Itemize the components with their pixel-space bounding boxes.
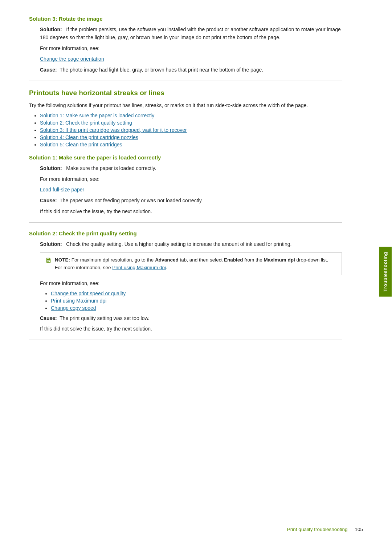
note-end: . [166, 265, 167, 270]
bullet-link-3[interactable]: Solution 3: If the print cartridge was d… [40, 127, 187, 133]
footer-page-number: 105 [355, 527, 363, 532]
note-row: 🖹 NOTE: For maximum dpi resolution, go t… [45, 256, 336, 271]
solution2-if-not-solved: If this did not solve the issue, try the… [40, 325, 342, 333]
horizontal-streaks-list: Solution 1: Make sure the paper is loade… [40, 113, 342, 147]
bullet-link-4[interactable]: Solution 4: Clean the print cartridge no… [40, 134, 138, 140]
solution3-solution-label: Solution: [40, 27, 62, 32]
solution3-cause-text: The photo image had light blue, gray, or… [60, 67, 263, 73]
list-item: Print using Maximum dpi [51, 298, 342, 304]
solution2-heading: Solution 2: Check the print quality sett… [29, 229, 342, 238]
solution3-rotate-body: Solution: If the problem persists, use t… [40, 26, 342, 74]
solution2-for-more: For more information, see: [40, 280, 342, 288]
solution1-link[interactable]: Load full-size paper [40, 187, 84, 193]
side-tab: Troubleshooting [378, 0, 392, 543]
bullet-link-1[interactable]: Solution 1: Make sure the paper is loade… [40, 113, 154, 118]
solution3-cause-label: Cause: [40, 67, 57, 73]
bullet-link-5[interactable]: Solution 5: Clean the print cartridges [40, 142, 122, 147]
solution2-cause: Cause: The print quality setting was set… [40, 315, 342, 323]
solution2-bullet-link-1[interactable]: Change the print speed or quality [51, 291, 126, 296]
solution2-bullet-link-3[interactable]: Change copy speed [51, 305, 96, 311]
solution1-for-more: For more information, see: [40, 175, 342, 183]
note-bold1: Advanced [155, 257, 179, 263]
solution3-for-more: For more information, see: [40, 45, 342, 53]
solution2-body: Solution: Check the quality setting. Use… [40, 240, 342, 333]
main-content: Solution 3: Rotate the image Solution: I… [0, 0, 364, 543]
solution2-solution: Solution: Check the quality setting. Use… [40, 240, 342, 248]
list-item: Solution 3: If the print cartridge was d… [40, 127, 342, 133]
note-bold3: Maximum dpi [264, 257, 295, 263]
solution2-cause-text: The print quality setting was set too lo… [60, 315, 149, 321]
solution3-rotate-link[interactable]: Change the page orientation [40, 56, 104, 62]
solution1-if-not-solved: If this did not solve the issue, try the… [40, 208, 342, 216]
solution3-rotate-heading: Solution 3: Rotate the image [29, 15, 342, 23]
divider-1 [29, 81, 342, 81]
note-link[interactable]: Print using Maximum dpi [112, 265, 166, 270]
solution1-solution-label: Solution: [40, 165, 62, 171]
footer-link[interactable]: Print quality troubleshooting [287, 527, 348, 532]
divider-2 [29, 222, 342, 223]
solution1-cause-text: The paper was not feeding properly or wa… [60, 198, 203, 203]
solution1-section: Solution 1: Make sure the paper is loade… [29, 153, 342, 216]
solution2-solution-label: Solution: [40, 241, 62, 247]
note-prefix: NOTE: [55, 257, 70, 263]
solution1-cause: Cause: The paper was not feeding properl… [40, 197, 342, 205]
note-box: 🖹 NOTE: For maximum dpi resolution, go t… [40, 252, 342, 275]
note-text3: from the [243, 257, 264, 263]
list-item: Change the print speed or quality [51, 291, 342, 296]
page-wrapper: Solution 3: Rotate the image Solution: I… [0, 0, 392, 543]
list-item: Solution 2: Check the print quality sett… [40, 120, 342, 126]
solution2-solution-text: Check the quality setting. Use a higher … [66, 241, 291, 247]
solution2-bullet-link-2[interactable]: Print using Maximum dpi [51, 298, 106, 304]
list-item: Solution 5: Clean the print cartridges [40, 142, 342, 147]
solution1-solution: Solution: Make sure the paper is loaded … [40, 165, 342, 173]
list-item: Solution 1: Make sure the paper is loade… [40, 113, 342, 118]
side-tab-label: Troubleshooting [379, 247, 392, 296]
note-text1: For maximum dpi resolution, go to the [72, 257, 155, 263]
solution3-rotate-solution: Solution: If the problem persists, use t… [40, 26, 342, 41]
list-item: Change copy speed [51, 305, 342, 311]
solution1-cause-label: Cause: [40, 198, 57, 203]
horizontal-streaks-section: Printouts have horizontal streaks or lin… [29, 88, 342, 147]
note-text2: tab, and then select [179, 257, 224, 263]
note-bold2: Enabled [224, 257, 243, 263]
solution2-bullets: Change the print speed or quality Print … [51, 291, 342, 311]
solution3-solution-text: If the problem persists, use the softwar… [40, 27, 341, 40]
horizontal-streaks-title: Printouts have horizontal streaks or lin… [29, 88, 342, 98]
note-text-content: NOTE: For maximum dpi resolution, go to … [55, 256, 336, 271]
solution2-section: Solution 2: Check the print quality sett… [29, 229, 342, 333]
page-footer: Print quality troubleshooting 105 [0, 527, 392, 532]
solution3-rotate-section: Solution 3: Rotate the image Solution: I… [29, 15, 342, 74]
solution1-heading: Solution 1: Make sure the paper is loade… [29, 153, 342, 162]
solution3-cause: Cause: The photo image had light blue, g… [40, 66, 342, 74]
bullet-link-2[interactable]: Solution 2: Check the print quality sett… [40, 120, 132, 126]
note-icon: 🖹 [45, 257, 52, 264]
solution2-cause-label: Cause: [40, 315, 57, 321]
horizontal-streaks-intro: Try the following solutions if your prin… [29, 102, 342, 110]
list-item: Solution 4: Clean the print cartridge no… [40, 134, 342, 140]
divider-3 [29, 340, 342, 340]
solution1-body: Solution: Make sure the paper is loaded … [40, 165, 342, 215]
solution1-solution-text: Make sure the paper is loaded correctly. [66, 165, 156, 171]
